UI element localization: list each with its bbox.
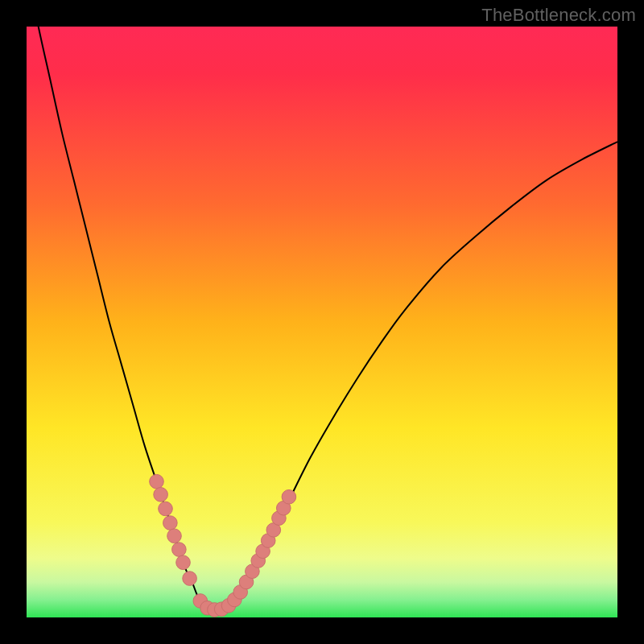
gradient-background: [27, 27, 617, 617]
highlight-dot: [167, 529, 182, 543]
highlight-dot: [176, 555, 191, 570]
highlight-dot: [154, 488, 168, 502]
plot-area: [27, 27, 617, 617]
highlight-dot: [163, 516, 178, 530]
highlight-dot: [183, 572, 197, 586]
highlight-dot: [282, 489, 296, 504]
highlight-dot: [172, 543, 187, 557]
highlight-dot: [150, 474, 164, 489]
highlight-dot: [159, 502, 173, 516]
chart-svg: [27, 27, 617, 617]
watermark-text: TheBottleneck.com: [481, 5, 636, 26]
chart-stage: TheBottleneck.com: [0, 0, 644, 644]
